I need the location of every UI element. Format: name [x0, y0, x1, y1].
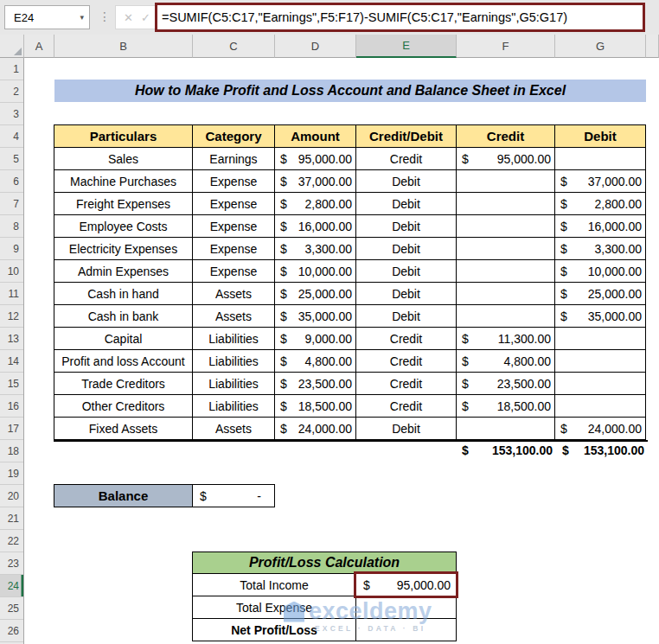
cell-F11[interactable] [457, 283, 555, 305]
cell-D13[interactable]: $9,000.00 [275, 328, 356, 350]
row-header-11[interactable]: 11 [0, 283, 23, 305]
cell-D15[interactable]: $23,500.00 [275, 373, 356, 395]
cell-E17[interactable]: Debit [356, 418, 457, 440]
total-income-label-cell[interactable]: Total Income [192, 574, 356, 596]
cell-G5[interactable] [555, 148, 646, 170]
row-header-22[interactable]: 22 [0, 530, 23, 552]
cell-G14[interactable] [555, 350, 646, 373]
cell-F13[interactable]: $11,300.00 [457, 328, 555, 350]
row-header-26[interactable]: 26 [0, 620, 23, 642]
row-header-14[interactable]: 14 [0, 350, 23, 373]
cell-C13[interactable]: Liabilities [193, 328, 275, 350]
cell-F10[interactable] [457, 260, 555, 283]
row-header-2[interactable]: 2 [0, 80, 23, 103]
cell-D6[interactable]: $37,000.00 [275, 170, 356, 193]
cell-F9[interactable] [457, 238, 555, 260]
row-header-4[interactable]: 4 [0, 125, 23, 148]
row-header-6[interactable]: 6 [0, 170, 23, 193]
cell-E5[interactable]: Credit [356, 148, 457, 170]
row-header-7[interactable]: 7 [0, 193, 23, 215]
row-header-9[interactable]: 9 [0, 238, 23, 260]
cell-B9[interactable]: Electricity Expenses [54, 238, 193, 260]
cancel-icon[interactable]: ✕ [124, 11, 133, 24]
cell-B8[interactable]: Employee Costs [54, 215, 193, 238]
cell-C12[interactable]: Assets [193, 305, 275, 328]
worksheet-title-cell[interactable]: How to Make Profit and Loss Account and … [54, 80, 646, 102]
cell-G13[interactable] [555, 328, 646, 350]
name-box-dropdown-icon[interactable]: ▾ [80, 13, 84, 22]
column-header-D[interactable]: D [275, 35, 356, 58]
row-header-25[interactable]: 25 [0, 597, 23, 620]
cell-B11[interactable]: Cash in hand [54, 283, 193, 305]
row-header-21[interactable]: 21 [0, 507, 23, 530]
row-header-17[interactable]: 17 [0, 418, 23, 440]
cell-D17[interactable]: $24,000.00 [275, 418, 356, 440]
cell-C8[interactable]: Expense [193, 215, 275, 238]
row-header-20[interactable]: 20 [0, 485, 23, 507]
cell-B17[interactable]: Fixed Assets [54, 418, 193, 440]
cell-C11[interactable]: Assets [193, 283, 275, 305]
cell-C16[interactable]: Liabilities [193, 395, 275, 418]
cell-G11[interactable]: $25,000.00 [555, 283, 646, 305]
cell-C17[interactable]: Assets [193, 418, 275, 440]
cell-E10[interactable]: Debit [356, 260, 457, 283]
cell-D9[interactable]: $3,300.00 [275, 238, 356, 260]
cell-C15[interactable]: Liabilities [193, 373, 275, 395]
cell-E7[interactable]: Debit [356, 193, 457, 215]
cell-F16[interactable]: $18,500.00 [457, 395, 555, 418]
total-expense-label-cell[interactable]: Total Expense [192, 596, 356, 619]
cell-G10[interactable]: $10,000.00 [555, 260, 646, 283]
cell-B7[interactable]: Freight Expenses [54, 193, 193, 215]
cell-D12[interactable]: $35,000.00 [275, 305, 356, 328]
row-header-19[interactable]: 19 [0, 462, 23, 485]
row-header-13[interactable]: 13 [0, 328, 23, 350]
row-header-24[interactable]: 24 [0, 575, 23, 597]
cell-E15[interactable]: Credit [356, 373, 457, 395]
selected-cell-E24[interactable]: $ 95,000.00 [356, 574, 457, 596]
row-header-3[interactable]: 3 [0, 103, 23, 125]
cell-C6[interactable]: Expense [193, 170, 275, 193]
row-header-18[interactable]: 18 [0, 440, 23, 462]
cell-F17[interactable] [457, 418, 555, 440]
cell-B13[interactable]: Capital [54, 328, 193, 350]
cell-F14[interactable]: $4,800.00 [457, 350, 555, 373]
balance-label-cell[interactable]: Balance [54, 484, 193, 507]
cell-D11[interactable]: $25,000.00 [275, 283, 356, 305]
row-header-10[interactable]: 10 [0, 260, 23, 283]
cell-D14[interactable]: $4,800.00 [275, 350, 356, 373]
cell-B4[interactable]: Particulars [54, 125, 193, 148]
cell-F6[interactable] [457, 170, 555, 193]
cell-G7[interactable]: $2,800.00 [555, 193, 646, 215]
cell-G12[interactable]: $35,000.00 [555, 305, 646, 328]
row-header-12[interactable]: 12 [0, 305, 23, 328]
cell-C10[interactable]: Expense [193, 260, 275, 283]
total-credit-cell[interactable]: $ 153,100.00 [457, 439, 555, 462]
cell-E13[interactable]: Credit [356, 328, 457, 350]
cell-F12[interactable] [457, 305, 555, 328]
cell-D8[interactable]: $16,000.00 [275, 215, 356, 238]
column-header-F[interactable]: F [457, 35, 555, 58]
net-profit-loss-value-cell[interactable] [356, 619, 457, 641]
total-debit-cell[interactable]: $ 153,100.00 [555, 439, 646, 462]
cell-C9[interactable]: Expense [193, 238, 275, 260]
cell-D7[interactable]: $2,800.00 [275, 193, 356, 215]
cell-B16[interactable]: Other Creditors [54, 395, 193, 418]
row-header-15[interactable]: 15 [0, 373, 23, 395]
cell-C4[interactable]: Category [193, 125, 275, 148]
cell-C5[interactable]: Earnings [193, 148, 275, 170]
column-header-C[interactable]: C [193, 35, 275, 58]
profit-loss-title-cell[interactable]: Profit/Loss Calculation [192, 552, 457, 574]
cell-D4[interactable]: Amount [275, 125, 356, 148]
cell-G8[interactable]: $16,000.00 [555, 215, 646, 238]
row-header-16[interactable]: 16 [0, 395, 23, 418]
cell-E6[interactable]: Debit [356, 170, 457, 193]
name-box[interactable]: E24 ▾ [4, 5, 90, 29]
row-header-1[interactable]: 1 [0, 58, 23, 80]
cell-E8[interactable]: Debit [356, 215, 457, 238]
cell-F4[interactable]: Credit [457, 125, 555, 148]
enter-icon[interactable]: ✓ [141, 11, 150, 24]
balance-value-cell[interactable]: $ - [193, 484, 275, 507]
column-header-A[interactable]: A [24, 35, 54, 58]
row-header-8[interactable]: 8 [0, 215, 23, 238]
cell-F7[interactable] [457, 193, 555, 215]
